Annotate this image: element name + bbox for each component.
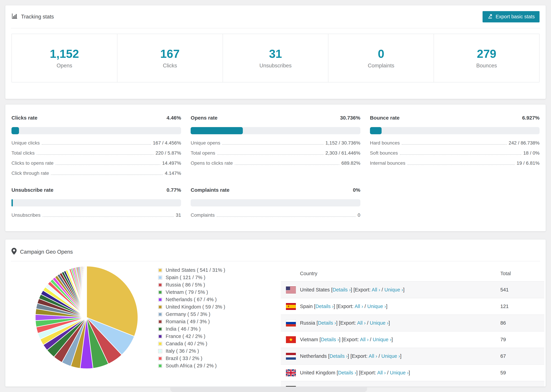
rate-block-complaints-rate: Complaints rate0%Complaints0 <box>191 187 360 220</box>
stat-cell-unsubscribes: 31Unsubscribes <box>223 34 328 82</box>
details-link[interactable]: Details › <box>338 370 356 375</box>
rate-row-value: 220 / 5.87% <box>155 151 181 158</box>
bottom-scrollbar-thumb[interactable] <box>170 387 367 392</box>
leader-dots <box>42 216 174 217</box>
legend-item-canada: Canada ( 40 / 2% ) <box>158 340 225 347</box>
stat-label: Opens <box>57 63 72 68</box>
geo-legend: United States ( 541 / 31% )Spain ( 121 /… <box>158 266 225 369</box>
export-unique-link[interactable]: Unique › <box>373 337 391 342</box>
details-link[interactable]: Details › <box>321 337 339 342</box>
geo-table: Country Total United States [Details ›] … <box>281 266 544 387</box>
legend-swatch <box>158 364 162 368</box>
leader-dots <box>217 154 323 155</box>
export-unique-link[interactable]: Unique › <box>367 304 386 309</box>
export-unique-link[interactable]: Unique › <box>375 386 394 387</box>
rate-row-hard-bounces: Hard bounces242 / 86.738% <box>370 138 540 148</box>
rate-progress-track <box>191 199 360 206</box>
export-unique-link[interactable]: Unique › <box>390 370 409 375</box>
geo-row-country: Russia [Details ›] [Export: All › / Uniq… <box>300 320 500 326</box>
legend-label: Canada ( 40 / 2% ) <box>166 341 207 347</box>
export-button-label: Export basic stats <box>495 14 535 20</box>
legend-label: Romania ( 49 / 3% ) <box>166 319 210 324</box>
geo-row-united-kingdom: United Kingdom [Details ›] [Export: All … <box>281 364 544 381</box>
rate-row-label: Soft bounces <box>370 151 398 158</box>
rate-progress-fill <box>11 199 13 206</box>
legend-item-germany: Germany ( 55 / 3% ) <box>158 311 225 318</box>
bracket: ] [Export: <box>356 370 377 375</box>
export-all-link[interactable]: All › <box>360 337 369 342</box>
stat-cell-bounces: 279Bounces <box>434 34 539 82</box>
geo-row-country: Netherlands [Details ›] [Export: All › /… <box>300 353 500 359</box>
rate-block-bounce-rate: Bounce rate6.927%Hard bounces242 / 86.73… <box>370 115 540 178</box>
rate-row-value: 0 <box>358 213 360 220</box>
page: Tracking stats Export basic stats 1,152O… <box>0 0 551 387</box>
leader-dots <box>51 175 163 175</box>
details-link[interactable]: Details › <box>332 287 351 293</box>
legend-swatch <box>158 334 162 338</box>
slash: / <box>369 337 373 342</box>
rate-row-value: 19 / 6.81% <box>517 161 540 168</box>
legend-item-russia: Russia ( 86 / 5% ) <box>158 281 225 288</box>
geo-title-label: Campaign Geo Opens <box>20 249 73 255</box>
flag-es-icon <box>286 303 300 310</box>
leader-dots <box>42 144 151 145</box>
leader-dots <box>235 164 339 165</box>
flag-ru-icon <box>286 320 300 327</box>
country-name: United Kingdom <box>300 370 337 375</box>
rate-rows: Unique clicks167 / 4.456%Total clicks220… <box>11 138 181 178</box>
rate-row-label: Unsubscribes <box>11 213 41 220</box>
rate-row-label: Total opens <box>191 151 215 158</box>
geo-table-body: United States [Details ›] [Export: All ›… <box>281 281 544 387</box>
rate-head: Clicks rate4.46% <box>11 115 181 121</box>
legend-swatch <box>158 298 162 302</box>
details-link[interactable]: Details › <box>315 304 333 309</box>
geo-row-total: 55 <box>500 386 544 387</box>
rate-rows: Unique opens1,152 / 30.736%Total opens2,… <box>191 138 360 168</box>
slash: / <box>371 386 375 387</box>
geo-row-total: 86 <box>500 320 544 326</box>
bracket: ] <box>400 353 402 359</box>
export-all-link[interactable]: All › <box>377 370 386 375</box>
stat-label: Unsubscribes <box>259 63 292 68</box>
rate-progress-track <box>370 127 540 134</box>
rate-progress-fill <box>191 127 243 134</box>
legend-label: India ( 46 / 3% ) <box>166 326 201 332</box>
legend-swatch <box>158 327 162 331</box>
export-all-link[interactable]: All › <box>357 320 366 326</box>
bracket: ] [Export: <box>351 287 372 293</box>
rate-row-label: Unique clicks <box>11 140 40 148</box>
legend-item-united-states: United States ( 541 / 31% ) <box>158 266 225 274</box>
export-unique-link[interactable]: Unique › <box>384 287 403 293</box>
legend-label: Vietnam ( 79 / 5% ) <box>166 289 208 295</box>
country-name: United States <box>300 287 331 293</box>
legend-label: United Kingdom ( 59 / 3% ) <box>166 304 225 310</box>
export-all-link[interactable]: All › <box>354 304 363 309</box>
geo-row-total: 541 <box>500 287 544 293</box>
export-unique-link[interactable]: Unique › <box>370 320 389 326</box>
legend-item-united-kingdom: United Kingdom ( 59 / 3% ) <box>158 303 225 311</box>
legend-swatch <box>158 357 162 361</box>
stat-value: 0 <box>378 48 384 60</box>
export-all-link[interactable]: All › <box>372 287 380 293</box>
details-link[interactable]: Details › <box>318 320 336 326</box>
rate-title: Complaints rate <box>191 187 229 193</box>
legend-label: Spain ( 121 / 7% ) <box>166 275 205 280</box>
header-divider <box>11 28 540 28</box>
bracket: ] <box>394 386 395 387</box>
flag-nl-icon <box>286 353 300 360</box>
legend-item-south-africa: South Africa ( 29 / 2% ) <box>158 362 225 369</box>
export-basic-stats-button[interactable]: Export basic stats <box>483 11 540 22</box>
rate-row-unsubscribes: Unsubscribes31 <box>11 210 181 220</box>
rate-row-label: Unique opens <box>191 140 220 148</box>
bracket: [ <box>319 337 321 342</box>
rate-block-clicks-rate: Clicks rate4.46%Unique clicks167 / 4.456… <box>11 115 181 178</box>
rate-row-soft-bounces: Soft bounces18 / 0% <box>370 148 540 158</box>
legend-label: Italy ( 36 / 2% ) <box>166 348 199 354</box>
export-unique-link[interactable]: Unique › <box>381 353 400 359</box>
export-all-link[interactable]: All › <box>369 353 377 359</box>
legend-item-france: France ( 42 / 2% ) <box>158 333 225 340</box>
legend-swatch <box>158 290 162 294</box>
rate-row-label: Complaints <box>191 213 215 220</box>
details-link[interactable]: Details › <box>330 353 348 359</box>
leader-dots <box>217 216 356 217</box>
